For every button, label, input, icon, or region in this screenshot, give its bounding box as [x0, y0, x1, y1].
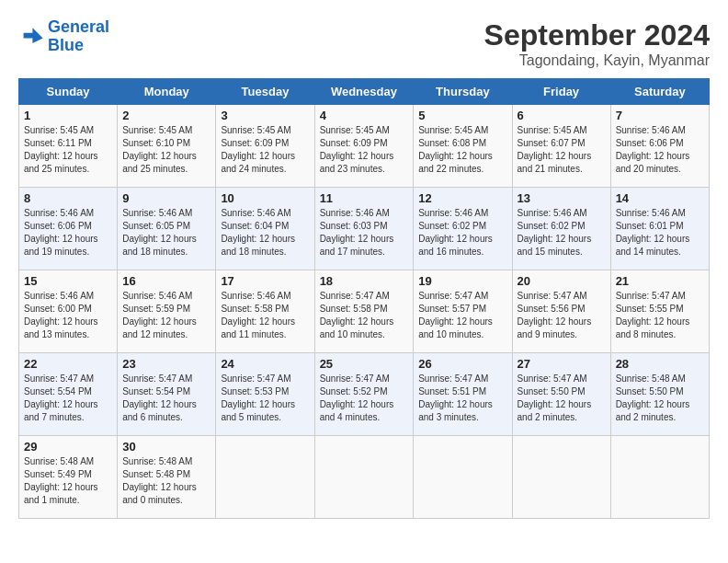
calendar-header: Sunday Monday Tuesday Wednesday Thursday… [19, 79, 710, 105]
day-number: 1 [24, 109, 112, 122]
day-number: 28 [616, 357, 704, 371]
logo-icon [18, 24, 44, 50]
day-cell: 21Sunrise: 5:47 AM Sunset: 5:55 PM Dayli… [610, 270, 709, 353]
day-cell: 8Sunrise: 5:46 AM Sunset: 6:06 PM Daylig… [19, 188, 118, 270]
day-number: 30 [122, 440, 210, 454]
day-detail: Sunrise: 5:45 AM Sunset: 6:10 PM Dayligh… [122, 124, 210, 176]
day-detail: Sunrise: 5:46 AM Sunset: 5:58 PM Dayligh… [221, 290, 309, 341]
day-number: 13 [518, 191, 606, 205]
month-title: September 2024 [484, 18, 710, 52]
day-detail: Sunrise: 5:46 AM Sunset: 6:04 PM Dayligh… [221, 207, 309, 259]
day-cell: 18Sunrise: 5:47 AM Sunset: 5:58 PM Dayli… [314, 270, 414, 353]
week-row-1: 1Sunrise: 5:45 AM Sunset: 6:11 PM Daylig… [19, 105, 710, 188]
day-number: 19 [418, 274, 506, 288]
day-cell: 13Sunrise: 5:46 AM Sunset: 6:02 PM Dayli… [512, 188, 610, 270]
day-number: 29 [24, 440, 112, 454]
day-cell: 28Sunrise: 5:48 AM Sunset: 5:50 PM Dayli… [610, 353, 709, 436]
day-number: 17 [221, 274, 309, 288]
day-cell: 19Sunrise: 5:47 AM Sunset: 5:57 PM Dayli… [414, 270, 512, 353]
day-detail: Sunrise: 5:47 AM Sunset: 5:56 PM Dayligh… [518, 290, 606, 341]
day-number: 7 [616, 109, 704, 122]
day-cell: 7Sunrise: 5:46 AM Sunset: 6:06 PM Daylig… [610, 105, 709, 188]
day-detail: Sunrise: 5:45 AM Sunset: 6:08 PM Dayligh… [418, 124, 506, 176]
day-cell: 9Sunrise: 5:46 AM Sunset: 6:05 PM Daylig… [118, 188, 216, 270]
logo-line2: Blue [48, 37, 109, 55]
day-cell: 29Sunrise: 5:48 AM Sunset: 5:49 PM Dayli… [19, 436, 118, 519]
day-detail: Sunrise: 5:46 AM Sunset: 6:03 PM Dayligh… [320, 207, 409, 259]
day-detail: Sunrise: 5:46 AM Sunset: 6:05 PM Dayligh… [122, 207, 210, 259]
col-monday: Monday [118, 79, 216, 105]
day-cell: 23Sunrise: 5:47 AM Sunset: 5:54 PM Dayli… [118, 353, 216, 436]
day-number: 24 [221, 357, 309, 371]
day-number: 14 [616, 191, 704, 205]
day-detail: Sunrise: 5:47 AM Sunset: 5:54 PM Dayligh… [122, 373, 210, 424]
svg-marker-0 [24, 28, 43, 43]
week-row-3: 15Sunrise: 5:46 AM Sunset: 6:00 PM Dayli… [19, 270, 710, 353]
day-detail: Sunrise: 5:47 AM Sunset: 5:54 PM Dayligh… [24, 373, 112, 424]
day-cell: 2Sunrise: 5:45 AM Sunset: 6:10 PM Daylig… [118, 105, 216, 188]
day-cell: 20Sunrise: 5:47 AM Sunset: 5:56 PM Dayli… [512, 270, 610, 353]
day-number: 25 [320, 357, 409, 371]
col-friday: Friday [512, 79, 610, 105]
day-detail: Sunrise: 5:47 AM Sunset: 5:53 PM Dayligh… [221, 373, 309, 424]
day-cell: 11Sunrise: 5:46 AM Sunset: 6:03 PM Dayli… [314, 188, 414, 270]
day-number: 3 [221, 109, 309, 122]
day-number: 23 [122, 357, 210, 371]
day-number: 27 [518, 357, 606, 371]
day-number: 5 [418, 109, 506, 122]
day-detail: Sunrise: 5:46 AM Sunset: 6:01 PM Dayligh… [616, 207, 704, 259]
day-cell: 15Sunrise: 5:46 AM Sunset: 6:00 PM Dayli… [19, 270, 118, 353]
day-detail: Sunrise: 5:45 AM Sunset: 6:11 PM Dayligh… [24, 124, 112, 176]
day-number: 2 [122, 109, 210, 122]
day-number: 10 [221, 191, 309, 205]
day-number: 8 [24, 191, 112, 205]
day-cell: 22Sunrise: 5:47 AM Sunset: 5:54 PM Dayli… [19, 353, 118, 436]
col-tuesday: Tuesday [216, 79, 314, 105]
week-row-5: 29Sunrise: 5:48 AM Sunset: 5:49 PM Dayli… [19, 436, 710, 519]
day-detail: Sunrise: 5:47 AM Sunset: 5:51 PM Dayligh… [418, 373, 506, 424]
day-cell: 24Sunrise: 5:47 AM Sunset: 5:53 PM Dayli… [216, 353, 314, 436]
day-detail: Sunrise: 5:48 AM Sunset: 5:50 PM Dayligh… [616, 373, 704, 424]
day-detail: Sunrise: 5:47 AM Sunset: 5:57 PM Dayligh… [418, 290, 506, 341]
header-row: Sunday Monday Tuesday Wednesday Thursday… [19, 79, 710, 105]
day-number: 12 [418, 191, 506, 205]
day-cell: 4Sunrise: 5:45 AM Sunset: 6:09 PM Daylig… [314, 105, 414, 188]
day-cell: 17Sunrise: 5:46 AM Sunset: 5:58 PM Dayli… [216, 270, 314, 353]
day-detail: Sunrise: 5:47 AM Sunset: 5:55 PM Dayligh… [616, 290, 704, 341]
calendar-table: Sunday Monday Tuesday Wednesday Thursday… [18, 78, 710, 519]
day-number: 21 [616, 274, 704, 288]
day-detail: Sunrise: 5:46 AM Sunset: 6:02 PM Dayligh… [518, 207, 606, 259]
week-row-2: 8Sunrise: 5:46 AM Sunset: 6:06 PM Daylig… [19, 188, 710, 270]
location-title: Tagondaing, Kayin, Myanmar [484, 52, 710, 69]
day-cell [610, 436, 709, 519]
day-number: 22 [24, 357, 112, 371]
week-row-4: 22Sunrise: 5:47 AM Sunset: 5:54 PM Dayli… [19, 353, 710, 436]
day-number: 4 [320, 109, 409, 122]
day-number: 20 [518, 274, 606, 288]
day-cell [414, 436, 512, 519]
day-detail: Sunrise: 5:48 AM Sunset: 5:49 PM Dayligh… [24, 455, 112, 507]
day-cell: 5Sunrise: 5:45 AM Sunset: 6:08 PM Daylig… [414, 105, 512, 188]
day-number: 16 [122, 274, 210, 288]
col-wednesday: Wednesday [314, 79, 414, 105]
day-cell: 10Sunrise: 5:46 AM Sunset: 6:04 PM Dayli… [216, 188, 314, 270]
day-detail: Sunrise: 5:47 AM Sunset: 5:50 PM Dayligh… [518, 373, 606, 424]
day-detail: Sunrise: 5:47 AM Sunset: 5:52 PM Dayligh… [320, 373, 409, 424]
logo-line1: General [48, 17, 109, 36]
day-cell: 3Sunrise: 5:45 AM Sunset: 6:09 PM Daylig… [216, 105, 314, 188]
day-cell [512, 436, 610, 519]
day-cell: 14Sunrise: 5:46 AM Sunset: 6:01 PM Dayli… [610, 188, 709, 270]
day-detail: Sunrise: 5:45 AM Sunset: 6:09 PM Dayligh… [221, 124, 309, 176]
day-detail: Sunrise: 5:46 AM Sunset: 6:06 PM Dayligh… [24, 207, 112, 259]
day-detail: Sunrise: 5:45 AM Sunset: 6:07 PM Dayligh… [518, 124, 606, 176]
title-area: September 2024 Tagondaing, Kayin, Myanma… [484, 18, 710, 69]
day-detail: Sunrise: 5:46 AM Sunset: 6:00 PM Dayligh… [24, 290, 112, 341]
day-number: 15 [24, 274, 112, 288]
day-number: 9 [122, 191, 210, 205]
day-cell: 26Sunrise: 5:47 AM Sunset: 5:51 PM Dayli… [414, 353, 512, 436]
day-cell: 30Sunrise: 5:48 AM Sunset: 5:48 PM Dayli… [118, 436, 216, 519]
day-cell: 16Sunrise: 5:46 AM Sunset: 5:59 PM Dayli… [118, 270, 216, 353]
day-number: 18 [320, 274, 409, 288]
col-saturday: Saturday [610, 79, 709, 105]
page-header: General Blue September 2024 Tagondaing, … [18, 18, 710, 69]
